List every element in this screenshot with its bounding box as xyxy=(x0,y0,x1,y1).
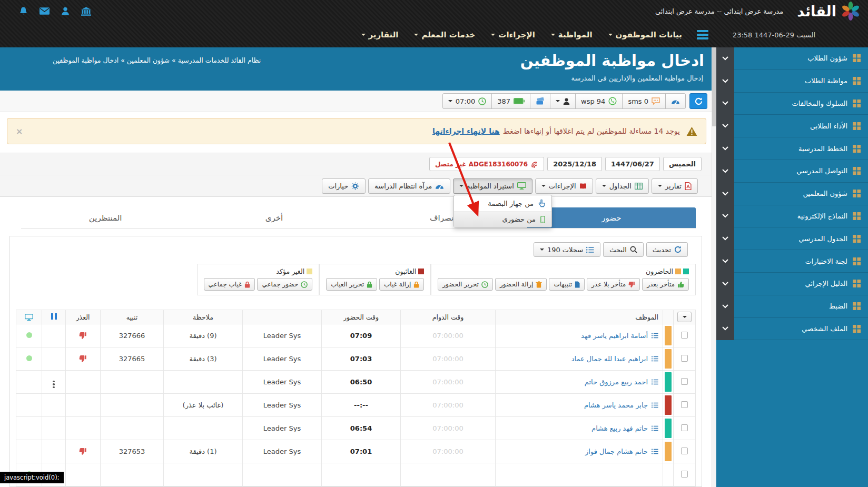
chevron-down-icon[interactable] xyxy=(716,92,734,115)
sidebar-item-exam-committee[interactable]: لجنة الاختبارات xyxy=(716,250,868,273)
nav-employee-data[interactable]: بيانات الموظفون xyxy=(608,30,682,39)
employee-link[interactable]: حاتم فهد ربيع هشام xyxy=(591,424,658,432)
sidebar-item-school-communication[interactable]: التواصل المدرسي xyxy=(716,160,868,183)
row-checkbox[interactable] xyxy=(681,448,688,454)
sidebar-item-student-affairs[interactable]: شؤون الطلاب xyxy=(716,47,868,70)
hijri-date-box[interactable]: 1447/06/27 xyxy=(605,157,660,171)
sidebar-item-profile[interactable]: الملف الشخصي xyxy=(716,318,868,341)
user-menu-button[interactable] xyxy=(550,93,576,109)
breadcrumb[interactable]: نظام القائد للخدمات المدرسية » شؤون المع… xyxy=(53,56,261,64)
gregorian-date-box[interactable]: 2025/12/18 xyxy=(547,157,602,171)
select-all-button[interactable] xyxy=(677,312,692,322)
nav-attendance[interactable]: المواظبة xyxy=(551,30,593,39)
sidebar-item-procedural-guide[interactable]: الدليل الإجرائي xyxy=(716,273,868,295)
edit-attendance-button[interactable]: تحرير الحضور xyxy=(438,278,493,291)
chevron-down-icon[interactable] xyxy=(716,205,734,227)
chevron-down-icon[interactable] xyxy=(716,272,734,295)
late-without-excuse-button[interactable]: متأخر بلا عذر xyxy=(587,278,640,291)
bell-icon[interactable] xyxy=(19,7,28,16)
row-checkbox[interactable] xyxy=(681,471,688,478)
study-mirror-button[interactable]: مرآة انتظام الدراسة xyxy=(368,178,450,194)
excuse-cell[interactable] xyxy=(66,347,101,371)
row-checkbox[interactable] xyxy=(681,355,688,362)
nav-procedures[interactable]: الإجراءات xyxy=(491,30,535,39)
late-with-excuse-button[interactable]: متأخر بعذر xyxy=(642,278,689,291)
reports-button[interactable]: تقارير xyxy=(652,178,698,194)
alert-header[interactable]: تنبيه xyxy=(101,310,164,324)
chevron-down-icon[interactable] xyxy=(716,250,734,273)
row-checkbox[interactable] xyxy=(681,424,688,431)
chevron-down-icon[interactable] xyxy=(716,115,734,137)
chevron-down-icon[interactable] xyxy=(716,227,734,250)
alerts-button[interactable]: تنبيهات xyxy=(549,278,585,291)
nav-reports[interactable]: التقارير xyxy=(361,30,399,39)
sidebar-item-school-schedule[interactable]: الجدول المدرسي xyxy=(716,227,868,250)
sidebar-item-control[interactable]: الضبط xyxy=(716,295,868,318)
employee-link[interactable]: جابر محمد ياسر هشام xyxy=(584,401,658,409)
user-icon[interactable] xyxy=(61,7,70,15)
employee-link[interactable]: احمد ربيع مرزوق حاتم xyxy=(585,378,658,386)
import-attendance-button[interactable]: استيراد المواظبة xyxy=(453,178,532,194)
excuse-cell[interactable] xyxy=(66,440,101,463)
employee-link[interactable]: ابراهيم عبدا لله جمال عماد xyxy=(571,355,658,363)
hamburger-icon[interactable] xyxy=(697,30,708,39)
chevron-down-icon[interactable] xyxy=(716,317,734,340)
employee-link[interactable]: حاتم هشام جمال فواز xyxy=(585,448,658,455)
time-select-button[interactable]: 07:00 xyxy=(442,93,492,109)
tab-present[interactable]: حضور xyxy=(527,207,696,228)
menu-item-from-fingerprint-device[interactable]: من جهاز البصمة xyxy=(454,195,551,211)
envelope-icon[interactable] xyxy=(40,7,50,15)
remove-attendance-button[interactable]: إزالة الحضور xyxy=(495,278,547,291)
chevron-down-icon[interactable] xyxy=(716,160,734,182)
sidebar-item-student-attendance[interactable]: مواظبة الطلاب xyxy=(716,70,868,93)
chevron-down-icon[interactable] xyxy=(716,69,734,92)
options-button[interactable]: خيارات xyxy=(322,178,366,194)
chevron-down-icon[interactable] xyxy=(716,295,734,317)
row-actions-cell[interactable] xyxy=(42,371,66,394)
schedules-button[interactable]: الجداول xyxy=(596,178,649,194)
menu-item-from-hodori[interactable]: من حضوري xyxy=(454,211,551,227)
list-refresh-button[interactable]: تحديث xyxy=(646,242,688,257)
procedures-button[interactable]: الإجراءات xyxy=(535,178,593,194)
chevron-down-icon[interactable] xyxy=(716,137,734,160)
sidebar-item-eforms[interactable]: النماذج الإلكترونية xyxy=(716,205,868,228)
duty-time-header[interactable]: وقت الدوام xyxy=(401,310,496,324)
dashboard-button[interactable] xyxy=(665,93,686,109)
row-checkbox[interactable] xyxy=(681,332,688,339)
excuse-header[interactable]: العذر xyxy=(66,310,101,324)
attend-time-header[interactable]: وقت الحضور xyxy=(322,310,401,324)
nav-teacher-services[interactable]: خدمات المعلم xyxy=(414,30,475,39)
row-checkbox[interactable] xyxy=(681,401,688,408)
edit-absence-button[interactable]: تحرير الغياب xyxy=(326,278,377,291)
excuse-cell[interactable] xyxy=(66,324,101,347)
battery-count-button[interactable]: 387 xyxy=(491,93,530,109)
note-header[interactable]: ملاحظة xyxy=(164,310,243,324)
sidebar-item-teacher-affairs[interactable]: شؤون المعلمين xyxy=(716,183,868,205)
records-count-button[interactable]: 190 سجلات xyxy=(534,242,600,257)
group-absence-button[interactable]: غياب جماعي xyxy=(204,278,255,291)
whatsapp-button[interactable]: wsp 94 xyxy=(575,93,623,109)
list-icon xyxy=(652,425,658,431)
tab-waiting[interactable]: المنتظرين xyxy=(21,207,190,228)
chevron-down-icon[interactable] xyxy=(716,182,734,205)
sidebar-item-school-plans[interactable]: الخطط المدرسية xyxy=(716,137,868,160)
remove-absence-button[interactable]: إزالة غياب xyxy=(379,278,424,291)
scrollbar[interactable] xyxy=(712,47,716,487)
employee-header[interactable]: الموظف xyxy=(496,310,663,324)
chevron-down-icon[interactable] xyxy=(716,47,734,70)
sidebar-item-behavior[interactable]: السلوك والمخالفات xyxy=(716,93,868,115)
day-box[interactable]: الخميس xyxy=(663,157,702,171)
sms-button[interactable]: sms 0 xyxy=(622,93,666,109)
sidebar-item-student-performance[interactable]: الأداء الطلابي xyxy=(716,115,868,137)
employee-link[interactable]: أسامة ابراهيم ياسر فهد xyxy=(581,332,658,340)
close-icon[interactable]: × xyxy=(16,126,23,136)
fingerprint-device-status[interactable]: ADGE183160076 غير متصل xyxy=(429,157,544,171)
alert-link[interactable]: هنا لإنهاء اجراءاتها xyxy=(432,127,500,135)
tickets-button[interactable] xyxy=(530,93,550,109)
refresh-button[interactable] xyxy=(689,93,707,109)
group-attendance-button[interactable]: حضور جماعي xyxy=(257,278,312,291)
row-checkbox[interactable] xyxy=(681,378,688,385)
tab-other[interactable]: أخرى xyxy=(190,207,358,228)
bank-icon[interactable] xyxy=(81,7,91,16)
search-button[interactable]: البحث xyxy=(603,242,644,257)
